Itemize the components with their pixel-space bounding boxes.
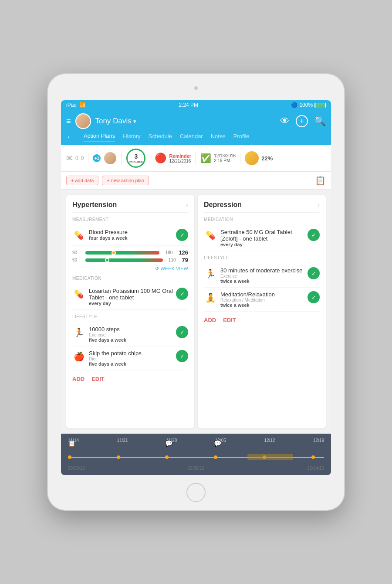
- losartan-freq: every day: [89, 301, 176, 306]
- reminder-info: Reminder 12/21/2016: [169, 153, 191, 163]
- meditation-check[interactable]: ✓: [308, 291, 320, 303]
- search-icon[interactable]: 🔍: [314, 115, 326, 127]
- bottom-date-2: 10/08/16: [188, 466, 205, 471]
- exercise-item: 🏃 30 minutes of moderate exercise Exerci…: [204, 264, 320, 288]
- measurement-label: MEASUREMENT: [72, 217, 188, 222]
- hamburger-icon[interactable]: ≡: [66, 117, 71, 126]
- bp-low-row: 50 110 79: [72, 257, 188, 263]
- message-summary: ✉ 0 0: [66, 153, 88, 163]
- dep-actions: ADD EDIT: [204, 317, 320, 323]
- dep-chevron-right-icon[interactable]: ›: [318, 201, 320, 209]
- diet-icon: 🍎: [72, 350, 85, 363]
- chips-freq: five days a week: [89, 361, 142, 367]
- steps-name: 10000 steps: [89, 326, 126, 333]
- date-1212: 12/12: [264, 438, 275, 443]
- sertraline-left: 💊 Sertraline 50 MG Oral Tablet [Zoloft] …: [204, 229, 308, 247]
- battery-label: 100%: [299, 102, 313, 108]
- action-buttons: + add data + new action plan: [66, 176, 149, 185]
- meditation-left: 🧘 Meditation/Relaxation Relaxation / Med…: [204, 291, 275, 308]
- sertraline-check[interactable]: ✓: [308, 229, 320, 241]
- chips-info: Skip the potato chips Diet five days a w…: [89, 350, 142, 367]
- steps-item: 🏃 10000 steps Exercise five days a week …: [72, 323, 188, 346]
- bottom-date-1: 08/02/16: [68, 466, 85, 471]
- steps-sub: Exercise: [89, 333, 126, 337]
- screen: iPad 📶 2:24 PM 🔵 100% ▓▓▓ ≡ Tony Davis ▾: [61, 100, 331, 475]
- pdf-icon[interactable]: 📋: [315, 175, 326, 186]
- hyp-lifestyle-label: LIFESTYLE: [72, 314, 188, 319]
- add-icon[interactable]: +: [296, 115, 308, 127]
- eye-icon[interactable]: 👁: [280, 115, 290, 127]
- exercise-sub: Exercise: [220, 274, 303, 278]
- meditation-freq: twice a week: [220, 302, 275, 308]
- hyp-edit-button[interactable]: EDIT: [91, 376, 105, 382]
- tab-profile[interactable]: Profile: [233, 133, 250, 141]
- blood-pressure-item: 💊 Blood Pressure four days a week ✓: [72, 225, 188, 246]
- sertraline-item: 💊 Sertraline 50 MG Oral Tablet [Zoloft] …: [204, 225, 320, 251]
- sertraline-icon: 💊: [204, 229, 217, 242]
- add-data-button[interactable]: + add data: [66, 176, 98, 185]
- chips-check[interactable]: ✓: [176, 350, 188, 362]
- reminder-date: 12/21/2016: [169, 159, 191, 163]
- losartan-name: Losartan Potassium 100 MG Oral Tablet - …: [89, 288, 176, 301]
- bp-check[interactable]: ✓: [176, 229, 188, 241]
- losartan-item: 💊 Losartan Potassium 100 MG Oral Tablet …: [72, 284, 188, 310]
- new-plan-button[interactable]: + new action plan: [102, 176, 149, 185]
- dep-edit-button[interactable]: EDIT: [223, 317, 236, 323]
- minutes-summary: 3 minutes: [126, 149, 150, 168]
- exercise-check[interactable]: ✓: [308, 267, 320, 279]
- depression-title: Depression: [204, 201, 242, 209]
- ipad-label: iPad: [66, 102, 77, 108]
- bp-scale-110: 110: [166, 258, 176, 262]
- steps-icon: 🏃: [72, 326, 85, 339]
- timeline-bottom-dates: 08/02/16 10/08/16 12/14/16: [68, 466, 324, 471]
- dep-add-button[interactable]: ADD: [204, 317, 216, 323]
- hyp-actions: ADD EDIT: [72, 376, 188, 382]
- minutes-label: minutes: [129, 160, 143, 164]
- check-info: 12/13/2016 2:19 PM: [214, 153, 236, 163]
- reminder-summary: 🔴 Reminder 12/21/2016: [155, 153, 196, 164]
- timeline-dot-3: [165, 455, 169, 459]
- camera: [194, 86, 198, 90]
- wifi-icon: 📶: [79, 102, 86, 108]
- tab-history[interactable]: History: [123, 133, 140, 141]
- timeline-dot-6: [311, 455, 315, 459]
- nav-bar: ≡ Tony Davis ▾ 👁 + 🔍: [61, 110, 331, 132]
- bp-scale-180: 180: [162, 250, 172, 255]
- exercise-name: 30 minutes of moderate exercise: [220, 267, 303, 274]
- medication-icon: 💊: [72, 288, 85, 301]
- reminder-label: Reminder: [169, 153, 191, 159]
- ipad-frame: iPad 📶 2:24 PM 🔵 100% ▓▓▓ ≡ Tony Davis ▾: [48, 74, 344, 510]
- timeline-icon-3: 💬: [214, 440, 221, 447]
- meditation-name: Meditation/Relaxation: [220, 291, 275, 298]
- tab-notes[interactable]: Notes: [211, 133, 226, 141]
- sertraline-name: Sertraline 50 MG Oral Tablet [Zoloft] - …: [220, 229, 308, 242]
- timeline-dot-2: [117, 455, 120, 459]
- dropdown-icon[interactable]: ▾: [133, 118, 136, 125]
- bottom-date-3: 12/14/16: [307, 466, 324, 471]
- depression-card: Depression › MEDICATION 💊 Sertraline 50 …: [198, 195, 326, 428]
- exercise-info: 30 minutes of moderate exercise Exercise…: [220, 267, 303, 284]
- home-button[interactable]: [186, 483, 206, 502]
- chips-item: 🍎 Skip the potato chips Diet five days a…: [72, 346, 188, 370]
- tab-calendar[interactable]: Calendar: [180, 133, 203, 141]
- bp-left: 💊 Blood Pressure four days a week: [72, 229, 128, 242]
- timeline-container: 11/14 11/21 11/28 12/05 12/12 12/19 📋 💬 …: [68, 438, 324, 464]
- exercise-freq: twice a week: [220, 278, 303, 284]
- tab-schedule[interactable]: Schedule: [149, 133, 172, 141]
- hypertension-card: Hypertension › MEASUREMENT 💊 Blood Press…: [66, 195, 194, 428]
- week-view-button[interactable]: ↺ WEEK VIEW: [72, 266, 188, 272]
- back-button[interactable]: ←: [66, 132, 74, 142]
- chevron-right-icon[interactable]: ›: [186, 201, 188, 209]
- status-bar: iPad 📶 2:24 PM 🔵 100% ▓▓▓: [61, 100, 331, 110]
- chips-sub: Diet: [89, 357, 142, 361]
- message-count2: 0: [81, 155, 84, 161]
- steps-check[interactable]: ✓: [176, 326, 188, 338]
- date-1219: 12/19: [313, 438, 324, 443]
- bp-name: Blood Pressure: [89, 229, 128, 235]
- losartan-check[interactable]: ✓: [176, 288, 188, 300]
- meditation-sub: Relaxation / Meditation: [220, 298, 275, 302]
- notification-summary: +1: [93, 151, 122, 165]
- timeline-highlight: [247, 454, 294, 460]
- tab-action-plans[interactable]: Action Plans: [84, 132, 115, 142]
- hyp-add-button[interactable]: ADD: [72, 376, 84, 382]
